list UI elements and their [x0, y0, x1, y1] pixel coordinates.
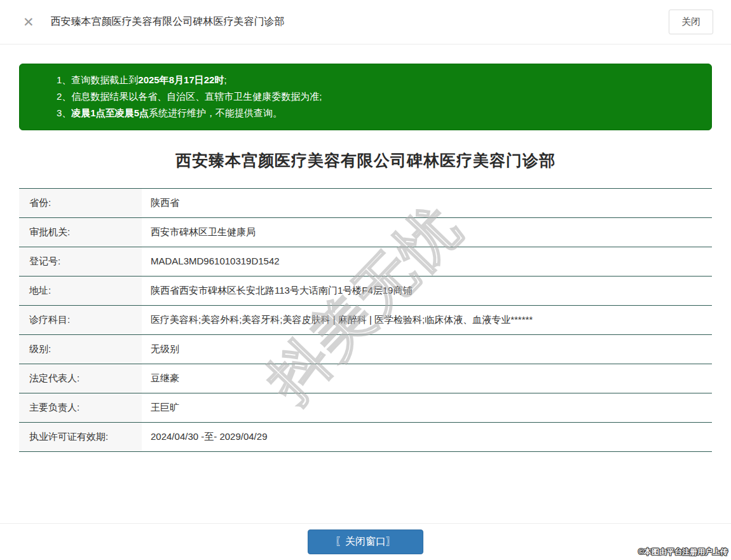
table-row-registration-number: 登记号: MADAL3MD961010319D1542: [19, 247, 712, 277]
table-row-approval-authority: 审批机关: 西安市碑林区卫生健康局: [19, 218, 712, 247]
row-label: 执业许可证有效期:: [19, 423, 142, 451]
table-row-legal-representative: 法定代表人: 豆继豪: [19, 364, 712, 393]
row-value: 医疗美容科;美容外科;美容牙科;美容皮肤科 | 麻醉科 | 医学检验科;临床体液…: [142, 306, 712, 334]
row-value: 2024/04/30 -至- 2029/04/29: [142, 423, 712, 451]
notice-text: 1、查询数据截止到: [57, 74, 138, 85]
row-value: 陕西省西安市碑林区长安北路113号大话南门1号楼F4层19商铺: [142, 277, 712, 305]
row-label: 地址:: [19, 277, 142, 305]
row-label: 主要负责人:: [19, 393, 142, 422]
query-result-page: ✕ 西安臻本宫颜医疗美容有限公司碑林医疗美容门诊部 关闭 1、查询数据截止到20…: [0, 0, 731, 560]
notice-line-2: 2、信息数据结果以各省、自治区、直辖市卫生健康委数据为准;: [57, 88, 699, 105]
close-x-icon[interactable]: ✕: [23, 15, 34, 29]
row-label: 级别:: [19, 335, 142, 364]
institution-title: 西安臻本宫颜医疗美容有限公司碑林医疗美容门诊部: [19, 150, 712, 171]
row-label: 诊疗科目:: [19, 306, 142, 334]
row-value: MADAL3MD961010319D1542: [142, 247, 712, 276]
row-value: 陕西省: [142, 189, 712, 217]
notice-text: 系统进行维护，不能提供查询。: [149, 107, 282, 118]
table-row-principal: 主要负责人: 王巨旷: [19, 393, 712, 423]
notice-line-3: 3、凌晨1点至凌晨5点系统进行维护，不能提供查询。: [57, 105, 699, 121]
notice-bold-text: 2025年8月17日22时: [138, 74, 224, 85]
row-value: 无级别: [142, 335, 712, 364]
window-title: 西安臻本宫颜医疗美容有限公司碑林医疗美容门诊部: [51, 15, 669, 29]
table-row-license-validity: 执业许可证有效期: 2024/04/30 -至- 2029/04/29: [19, 423, 712, 452]
row-label: 审批机关:: [19, 218, 142, 247]
notice-text: 2、信息数据结果以各省、自治区、直辖市卫生健康委数据为准;: [57, 91, 322, 102]
row-value: 豆继豪: [142, 364, 712, 393]
table-row-medical-subjects: 诊疗科目: 医疗美容科;美容外科;美容牙科;美容皮肤科 | 麻醉科 | 医学检验…: [19, 306, 712, 335]
close-button[interactable]: 关闭: [669, 10, 713, 34]
row-label: 法定代表人:: [19, 364, 142, 393]
notice-text: ;: [224, 74, 226, 85]
info-table: 省份: 陕西省 审批机关: 西安市碑林区卫生健康局 登记号: MADAL3MD9…: [19, 188, 712, 452]
credit-overlay: ©本图由平台注册用户上传: [638, 547, 728, 557]
row-value: 王巨旷: [142, 393, 712, 422]
table-row-province: 省份: 陕西省: [19, 189, 712, 218]
notice-bold-text: 凌晨1点至凌晨5点: [71, 107, 149, 118]
row-value: 西安市碑林区卫生健康局: [142, 218, 712, 247]
table-row-level: 级别: 无级别: [19, 335, 712, 364]
row-label: 省份:: [19, 189, 142, 217]
table-row-address: 地址: 陕西省西安市碑林区长安北路113号大话南门1号楼F4层19商铺: [19, 277, 712, 306]
footer-bar: 〖关闭窗口〗: [0, 523, 731, 560]
notice-text: 3、: [57, 107, 71, 118]
notice-banner: 1、查询数据截止到2025年8月17日22时; 2、信息数据结果以各省、自治区、…: [19, 64, 712, 130]
notice-line-1: 1、查询数据截止到2025年8月17日22时;: [57, 72, 699, 88]
header-bar: ✕ 西安臻本宫颜医疗美容有限公司碑林医疗美容门诊部 关闭: [0, 0, 731, 44]
close-window-button[interactable]: 〖关闭窗口〗: [308, 529, 423, 554]
row-label: 登记号:: [19, 247, 142, 276]
